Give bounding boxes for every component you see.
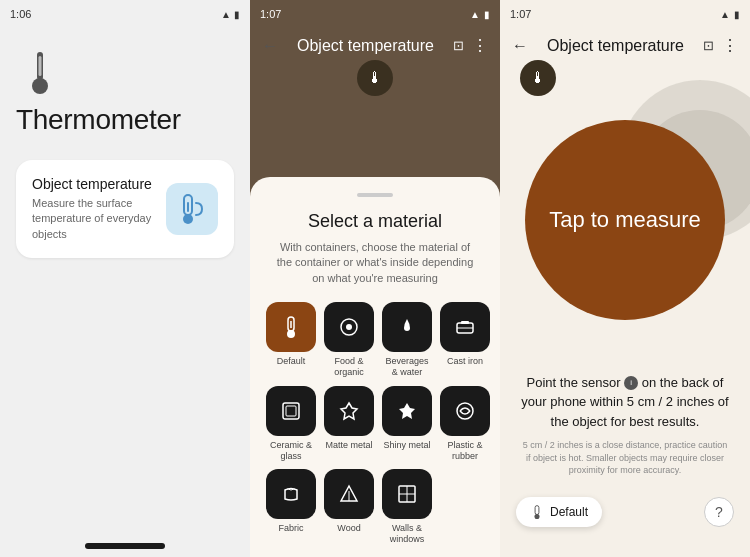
p3-bottom-bar: Default ? xyxy=(500,497,750,527)
p3-tap-to-measure-button[interactable]: Tap to measure xyxy=(525,120,725,320)
material-label-fabric: Fabric xyxy=(278,523,303,534)
p1-content: Thermometer Object temperature Measure t… xyxy=(0,28,250,543)
sensor-info-icon: i xyxy=(624,376,638,390)
p2-bat-icon: ▮ xyxy=(484,9,490,20)
material-btn-plastic[interactable] xyxy=(440,386,490,436)
material-label-ceramic: Ceramic & glass xyxy=(266,440,316,462)
svg-point-15 xyxy=(457,403,473,419)
p3-copy-icon[interactable]: ⊡ xyxy=(703,38,714,53)
material-label-shiny-metal: Shiny metal xyxy=(383,440,430,451)
material-btn-castiron[interactable] xyxy=(440,302,490,352)
p2-header-title: Object temperature xyxy=(286,37,445,55)
p3-header-title: Object temperature xyxy=(536,37,695,55)
material-label-matte-metal: Matte metal xyxy=(325,440,372,451)
material-item-ceramic[interactable]: Ceramic & glass xyxy=(266,386,316,462)
svg-point-20 xyxy=(534,514,539,519)
p3-thermo-badge: 🌡 xyxy=(520,60,556,96)
p3-back-button[interactable]: ← xyxy=(512,37,528,55)
material-label-beverages: Beverages & water xyxy=(382,356,432,378)
p2-more-icon[interactable]: ⋮ xyxy=(472,36,488,55)
material-item-food[interactable]: Food & organic xyxy=(324,302,374,378)
material-item-castiron[interactable]: Cast iron xyxy=(440,302,490,378)
p2-material-sheet: Select a material With containers, choos… xyxy=(250,177,500,557)
p3-time: 1:07 xyxy=(510,8,531,20)
p1-wifi-icon: ▲ xyxy=(221,9,231,20)
p2-sheet-desc: With containers, choose the material of … xyxy=(266,240,484,286)
material-item-wood[interactable]: Wood xyxy=(324,469,374,545)
p2-material-grid: Default Food & organic Beverages & water… xyxy=(266,302,484,545)
material-btn-matte-metal[interactable] xyxy=(324,386,374,436)
p1-status-bar: 1:06 ▲ ▮ xyxy=(0,0,250,28)
material-label-food: Food & organic xyxy=(324,356,374,378)
p3-help-icon: ? xyxy=(715,504,723,520)
material-item-walls[interactable]: Walls & windows xyxy=(382,469,432,545)
material-item-shiny-metal[interactable]: Shiny metal xyxy=(382,386,432,462)
svg-rect-11 xyxy=(461,321,469,324)
p3-default-material-button[interactable]: Default xyxy=(516,497,602,527)
material-label-wood: Wood xyxy=(337,523,360,534)
p3-inst-sub-text: 5 cm / 2 inches is a close distance, pra… xyxy=(520,439,730,477)
p2-sheet-handle xyxy=(357,193,393,197)
svg-point-1 xyxy=(32,78,48,94)
svg-rect-19 xyxy=(535,506,539,515)
material-label-castiron: Cast iron xyxy=(447,356,483,367)
material-label-plastic: Plastic & rubber xyxy=(440,440,490,462)
svg-point-9 xyxy=(346,324,352,330)
p2-header-icons: ⊡ ⋮ xyxy=(453,36,488,55)
p3-tap-label: Tap to measure xyxy=(549,206,701,235)
svg-point-4 xyxy=(183,214,193,224)
material-btn-wood[interactable] xyxy=(324,469,374,519)
p3-instructions: Point the sensor i on the back of your p… xyxy=(500,373,750,477)
material-label-walls: Walls & windows xyxy=(382,523,432,545)
p3-header: ← Object temperature ⊡ ⋮ xyxy=(500,28,750,63)
p2-wifi-icon: ▲ xyxy=(470,9,480,20)
panel-tap-to-measure: 1:07 ▲ ▮ ← Object temperature ⊡ ⋮ 🌡 Tap … xyxy=(500,0,750,557)
material-item-plastic[interactable]: Plastic & rubber xyxy=(440,386,490,462)
p2-status-bar: 1:07 ▲ ▮ xyxy=(250,0,500,28)
p1-card-title: Object temperature xyxy=(32,176,154,192)
p3-more-icon[interactable]: ⋮ xyxy=(722,36,738,55)
p2-header: ← Object temperature ⊡ ⋮ xyxy=(250,28,500,63)
material-btn-default[interactable] xyxy=(266,302,316,352)
p1-status-right: ▲ ▮ xyxy=(221,9,240,20)
panel-select-material: 1:07 ▲ ▮ ← Object temperature ⊡ ⋮ 🌡 Sele… xyxy=(250,0,500,557)
svg-point-6 xyxy=(287,330,295,338)
p3-header-icons: ⊡ ⋮ xyxy=(703,36,738,55)
material-btn-beverages[interactable] xyxy=(382,302,432,352)
p1-app-title: Thermometer xyxy=(16,104,234,136)
p2-sheet-title: Select a material xyxy=(266,211,484,232)
p3-default-label: Default xyxy=(550,505,588,519)
material-item-beverages[interactable]: Beverages & water xyxy=(382,302,432,378)
material-btn-walls[interactable] xyxy=(382,469,432,519)
material-btn-food[interactable] xyxy=(324,302,374,352)
p1-time: 1:06 xyxy=(10,8,31,20)
p2-thermo-badge: 🌡 xyxy=(357,60,393,96)
p2-back-button[interactable]: ← xyxy=(262,37,278,55)
material-btn-ceramic[interactable] xyxy=(266,386,316,436)
svg-rect-13 xyxy=(283,403,299,419)
p3-help-button[interactable]: ? xyxy=(704,497,734,527)
panel-thermometer-home: 1:06 ▲ ▮ Thermometer Object temperature … xyxy=(0,0,250,557)
p1-home-indicator xyxy=(85,543,165,549)
p1-object-temp-card[interactable]: Object temperature Measure the surface t… xyxy=(16,160,234,258)
svg-rect-14 xyxy=(286,406,296,416)
p1-thermo-icon xyxy=(16,48,64,96)
p1-card-icon xyxy=(166,183,218,235)
material-btn-shiny-metal[interactable] xyxy=(382,386,432,436)
p3-bat-icon: ▮ xyxy=(734,9,740,20)
p3-status-bar: 1:07 ▲ ▮ xyxy=(500,0,750,28)
p3-wifi-icon: ▲ xyxy=(720,9,730,20)
material-item-default[interactable]: Default xyxy=(266,302,316,378)
material-item-matte-metal[interactable]: Matte metal xyxy=(324,386,374,462)
material-item-fabric[interactable]: Fabric xyxy=(266,469,316,545)
material-btn-fabric[interactable] xyxy=(266,469,316,519)
p2-time: 1:07 xyxy=(260,8,281,20)
p2-copy-icon[interactable]: ⊡ xyxy=(453,38,464,53)
p1-bat-icon: ▮ xyxy=(234,9,240,20)
p1-card-text: Object temperature Measure the surface t… xyxy=(32,176,154,242)
svg-rect-2 xyxy=(39,56,42,76)
p1-status-left: 1:06 xyxy=(10,8,31,20)
p1-card-desc: Measure the surface temperature of every… xyxy=(32,196,154,242)
p3-inst-main-text: Point the sensor i on the back of your p… xyxy=(520,373,730,432)
material-label-default: Default xyxy=(277,356,306,367)
